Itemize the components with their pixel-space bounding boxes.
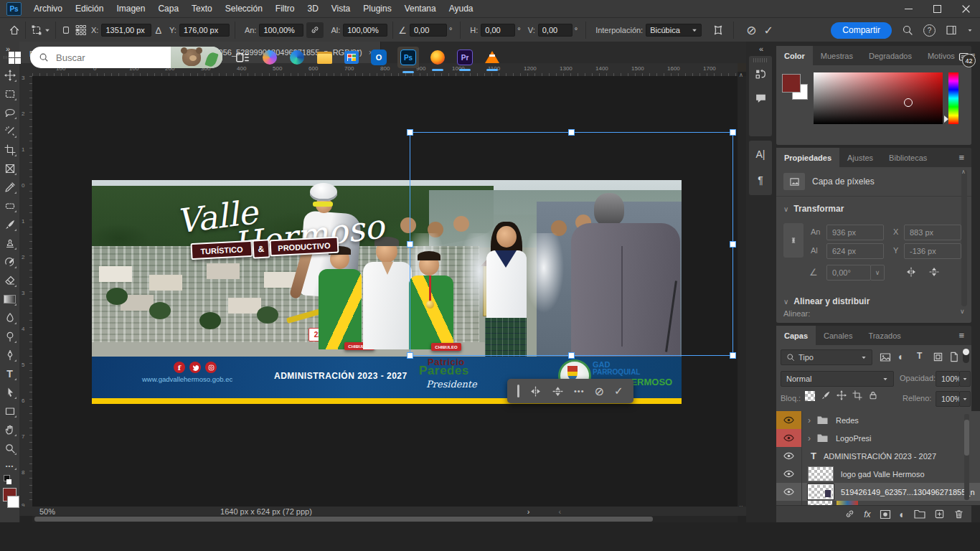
microsoft-store-icon[interactable] (343, 49, 360, 66)
start-button[interactable] (6, 49, 23, 66)
type-tool-icon[interactable]: T (2, 366, 17, 381)
width-input[interactable] (259, 24, 303, 37)
home-icon[interactable] (9, 24, 20, 36)
transform-handle[interactable] (730, 352, 736, 359)
layer-row-logo-gad[interactable]: logo gad Valle Hermoso (776, 465, 980, 484)
filter-adjustment-layers-icon[interactable]: ◐ (898, 351, 904, 362)
transform-handle[interactable] (730, 241, 736, 248)
delete-layer-icon[interactable] (953, 509, 964, 519)
canvas-vertical-scrollbar[interactable]: ∧ ∨ (738, 76, 746, 508)
path-selection-tool-icon[interactable] (2, 385, 17, 400)
menu-ayuda[interactable]: Ayuda (443, 4, 480, 14)
hue-slider[interactable] (948, 72, 958, 124)
menu-plugins[interactable]: Plugins (357, 4, 397, 14)
canvas-viewport[interactable]: 222 CHIBULEO (32, 76, 738, 508)
blur-tool-icon[interactable] (2, 310, 17, 325)
photoshop-taskbar-icon[interactable]: Ps (397, 47, 419, 68)
expand-group-icon[interactable]: › (808, 433, 811, 443)
dodge-tool-icon[interactable] (2, 329, 17, 344)
vlc-icon[interactable] (484, 49, 501, 66)
brush-tool-icon[interactable] (2, 217, 17, 232)
height-field[interactable]: 624 px (826, 243, 884, 259)
filter-type-layers-icon[interactable]: T (917, 351, 922, 361)
hand-tool-icon[interactable] (2, 422, 17, 437)
cancel-icon[interactable]: ⊘ (595, 385, 604, 398)
search-box[interactable] (30, 47, 222, 68)
marquee-tool-icon[interactable] (2, 86, 17, 101)
transform-handle[interactable] (568, 129, 575, 136)
outlook-icon[interactable]: O (370, 49, 387, 66)
x-input[interactable] (101, 24, 151, 37)
tab-muestras[interactable]: Muestras (813, 46, 861, 65)
menu-imagen[interactable]: Imagen (110, 4, 151, 14)
menu-archivo[interactable]: Archivo (27, 4, 69, 14)
collapse-panels-icon[interactable]: « (759, 44, 763, 53)
transform-handle[interactable] (407, 129, 413, 136)
canvas-horizontal-scrollbar[interactable] (32, 516, 738, 522)
interpolation-select[interactable]: Bicúbica (646, 24, 702, 37)
close-icon[interactable] (951, 0, 980, 17)
notification-center[interactable]: 42 (958, 52, 970, 63)
lasso-tool-icon[interactable] (2, 105, 17, 120)
opacity-dropdown[interactable] (959, 371, 971, 387)
add-adjustment-layer-icon[interactable]: ◐ (900, 509, 905, 520)
filter-toggle[interactable] (963, 349, 969, 363)
height-input[interactable] (343, 24, 387, 37)
crop-tool-icon[interactable] (2, 142, 17, 157)
menu-capa[interactable]: Capa (151, 4, 185, 14)
status-collapse-icon[interactable]: ‹ (559, 507, 562, 516)
fill-dropdown[interactable] (959, 391, 971, 407)
add-mask-icon[interactable] (880, 509, 891, 519)
layer-thumbnail[interactable] (808, 466, 834, 481)
menu-ventana[interactable]: Ventana (398, 4, 443, 14)
firefox-icon[interactable] (429, 49, 446, 66)
menu-texto[interactable]: Texto (185, 4, 219, 14)
lock-position-icon[interactable] (837, 390, 847, 400)
width-field[interactable]: 936 px (826, 225, 884, 240)
file-explorer-icon[interactable] (316, 49, 333, 66)
frame-tool-icon[interactable] (2, 161, 17, 176)
transform-handle[interactable] (730, 129, 736, 136)
character-panel-icon[interactable]: A| (749, 141, 772, 168)
fill-field[interactable]: 100% (936, 391, 960, 407)
layer-row-logopresi[interactable]: › LogoPresi (776, 429, 980, 448)
healing-brush-tool-icon[interactable] (2, 198, 17, 213)
color-cursor[interactable] (904, 98, 913, 107)
color-field[interactable] (814, 72, 943, 124)
move-tool-icon[interactable] (2, 67, 17, 83)
h-skew-input[interactable] (481, 24, 515, 37)
chevron-down-icon[interactable]: ∨ (783, 298, 788, 306)
chevron-down-icon[interactable] (969, 29, 972, 32)
v-skew-input[interactable] (538, 24, 573, 37)
search-input[interactable] (55, 52, 151, 64)
status-flyout-icon[interactable]: › (527, 507, 530, 516)
history-panel-icon[interactable] (749, 62, 772, 85)
transform-handle[interactable] (407, 352, 413, 359)
premiere-icon[interactable]: Pr (456, 49, 473, 66)
flip-horizontal-icon[interactable] (905, 266, 917, 278)
scrollbar-thumb[interactable] (34, 517, 653, 522)
workspace-switcher-icon[interactable] (946, 24, 957, 36)
drag-handle[interactable] (517, 385, 519, 397)
reference-point-grid-icon[interactable] (75, 24, 87, 36)
lock-transparency-icon[interactable] (805, 391, 815, 401)
edit-toolbar-icon[interactable]: ••• (2, 461, 17, 471)
angle-input[interactable] (410, 24, 447, 37)
clone-stamp-tool-icon[interactable] (2, 235, 17, 250)
commit-icon[interactable]: ✓ (614, 385, 623, 397)
constrain-proportions-icon[interactable] (783, 223, 804, 258)
share-button[interactable]: Compartir (831, 22, 892, 39)
panel-menu-icon[interactable]: ≡ (951, 152, 971, 163)
tab-degradados[interactable]: Degradados (861, 46, 920, 65)
filter-pixel-layers-icon[interactable] (880, 352, 891, 363)
foreground-color-swatch[interactable] (782, 74, 801, 93)
edge-icon[interactable] (288, 49, 306, 66)
flip-vertical-icon[interactable] (928, 266, 940, 278)
align-section-title[interactable]: Alinear y distribuir (793, 296, 870, 306)
search-icon[interactable] (902, 24, 913, 36)
background-color-swatch[interactable] (7, 496, 19, 508)
lock-all-icon[interactable] (868, 390, 878, 400)
paragraph-panel-icon[interactable]: ¶ (749, 168, 772, 192)
scrollbar-thumb[interactable] (964, 420, 969, 456)
visibility-cell[interactable] (776, 429, 802, 447)
